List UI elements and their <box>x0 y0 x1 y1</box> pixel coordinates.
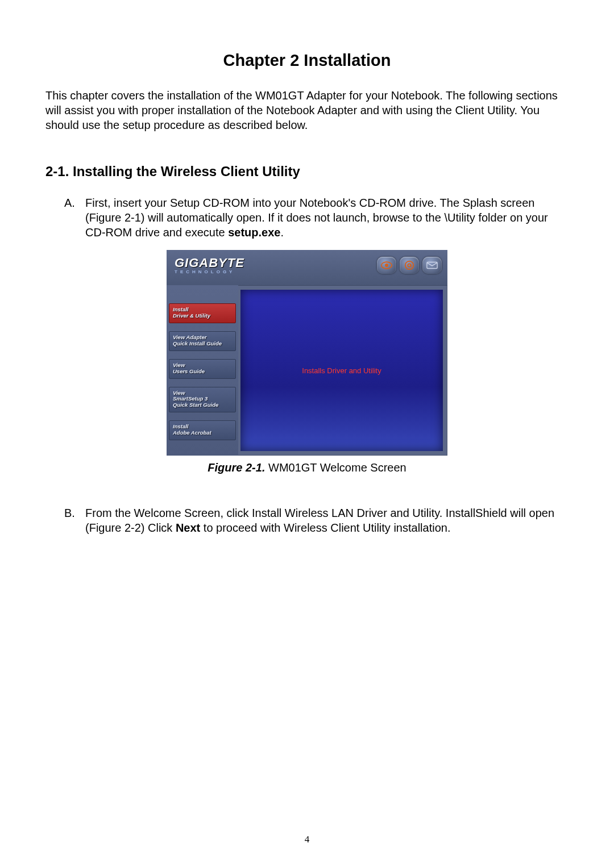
logo-main-text: GIGABYTE <box>175 256 260 270</box>
gigabyte-logo: GIGABYTE TECHNOLOGY <box>175 256 260 274</box>
step-b-text-2: to proceed with Wireless Client Utility … <box>200 521 450 534</box>
at-icon[interactable] <box>400 257 419 274</box>
sidebar-install-adobe-acrobat[interactable]: InstallAdobe Acrobat <box>169 420 236 440</box>
splash-window: GIGABYTE TECHNOLOGY Inst <box>167 250 447 456</box>
step-a-text-1: First, insert your Setup CD-ROM into you… <box>85 197 548 239</box>
step-a-marker: A. <box>64 195 75 210</box>
splash-content-text: Installs Driver and Utility <box>302 366 381 375</box>
sidebar-install-driver-utility[interactable]: InstallDriver & Utility <box>169 303 236 323</box>
intro-paragraph: This chapter covers the installation of … <box>45 88 569 132</box>
mail-icon[interactable] <box>422 257 442 274</box>
figure-2-1: GIGABYTE TECHNOLOGY Inst <box>45 250 569 474</box>
figure-caption-text: WM01GT Welcome Screen <box>265 461 406 474</box>
svg-point-1 <box>385 264 388 267</box>
splash-header: GIGABYTE TECHNOLOGY <box>167 250 447 286</box>
svg-rect-4 <box>427 262 437 269</box>
step-b-bold: Next <box>176 521 200 534</box>
step-b-marker: B. <box>64 506 75 520</box>
step-a-bold: setup.exe <box>228 226 280 239</box>
step-a: A. First, insert your Setup CD-ROM into … <box>85 195 569 240</box>
logo-sub-text: TECHNOLOGY <box>175 269 260 274</box>
sidebar-view-smartsetup3[interactable]: ViewSmartSetup 3Quick Start Guide <box>169 387 236 413</box>
step-a-text-2: . <box>280 226 284 239</box>
svg-point-2 <box>405 261 413 269</box>
page-number: 4 <box>0 834 614 845</box>
splash-content: Installs Driver and Utility <box>240 290 443 451</box>
splash-sidebar: InstallDriver & Utility View AdapterQuic… <box>167 285 238 456</box>
eye-icon[interactable] <box>377 257 396 274</box>
sidebar-view-users-guide[interactable]: ViewUsers Guide <box>169 359 236 379</box>
sidebar-view-adapter-quick-install[interactable]: View AdapterQuick Install Guide <box>169 331 236 351</box>
figure-caption: Figure 2-1. WM01GT Welcome Screen <box>45 461 569 474</box>
chapter-title: Chapter 2 Installation <box>45 51 569 70</box>
section-title: 2-1. Installing the Wireless Client Util… <box>45 164 569 180</box>
figure-caption-label: Figure 2-1. <box>208 461 265 474</box>
step-b: B. From the Welcome Screen, click Instal… <box>85 506 569 535</box>
